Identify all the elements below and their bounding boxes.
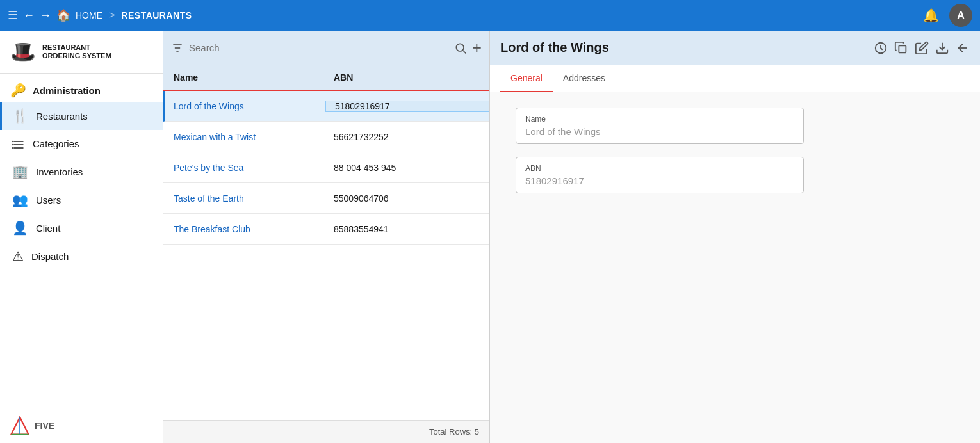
- search-bar: +: [163, 31, 489, 65]
- tab-general[interactable]: General: [500, 65, 553, 92]
- name-field-box: Name Lord of the Wings: [516, 108, 804, 144]
- svg-point-5: [12, 147, 14, 149]
- detail-content: Name Lord of the Wings ABN 51802916917: [490, 92, 980, 443]
- breadcrumb-restaurants: RESTAURANTS: [121, 10, 192, 20]
- menu-icon[interactable]: ☰: [8, 8, 18, 22]
- cell-abn-1: 56621732252: [323, 132, 489, 142]
- dispatch-icon: ⚠: [12, 248, 24, 264]
- sidebar-item-dispatch[interactable]: ⚠ Dispatch: [0, 242, 163, 270]
- five-logo: [10, 416, 29, 435]
- cell-abn-0: 51802916917: [325, 101, 489, 112]
- sidebar-item-label-inventories: Inventories: [36, 166, 83, 177]
- sidebar-item-client[interactable]: 👤 Client: [0, 214, 163, 242]
- table-row[interactable]: Mexican with a Twist 56621732252: [163, 122, 489, 152]
- abn-field-box: ABN 51802916917: [516, 157, 804, 193]
- table-row[interactable]: Pete's by the Sea 88 004 453 945: [163, 152, 489, 183]
- svg-rect-15: [899, 45, 906, 52]
- topbar: ☰ ← → 🏠 HOME > RESTAURANTS 🔔 A: [0, 0, 980, 31]
- admin-key-icon: 🔑: [10, 83, 26, 98]
- table-row[interactable]: Taste of the Earth 55009064706: [163, 183, 489, 214]
- sidebar-footer: FIVE: [0, 408, 163, 443]
- sidebar-item-label-categories: Categories: [33, 138, 79, 149]
- svg-line-13: [463, 51, 466, 54]
- copy-icon[interactable]: [894, 41, 908, 55]
- detail-header-actions: [874, 41, 970, 55]
- sidebar-item-users[interactable]: 👥 Users: [0, 186, 163, 214]
- sidebar-logo: 🎩 RESTAURANT ORDERING SYSTEM: [0, 31, 163, 74]
- sidebar-item-label-restaurants: Restaurants: [36, 111, 88, 122]
- users-icon: 👥: [12, 192, 28, 207]
- five-logo-label: FIVE: [35, 421, 54, 431]
- search-icon[interactable]: [454, 41, 467, 54]
- sidebar-item-restaurants[interactable]: 🍴 Restaurants: [0, 102, 163, 130]
- detail-panel: Lord of the Wings: [490, 31, 980, 443]
- breadcrumb-separator: >: [109, 10, 115, 21]
- cell-name-4: The Breakfast Club: [163, 214, 323, 244]
- table-body: Lord of the Wings 51802916917 Mexican wi…: [163, 91, 489, 420]
- form-field-name: Name Lord of the Wings: [516, 108, 954, 144]
- sidebar-section-label: 🔑 Administration: [0, 74, 163, 102]
- close-icon[interactable]: [956, 41, 970, 55]
- detail-tabs: General Addresses: [490, 65, 980, 92]
- cell-abn-4: 85883554941: [323, 224, 489, 234]
- sidebar-item-label-client: Client: [36, 223, 60, 234]
- table-row[interactable]: Lord of the Wings 51802916917: [163, 91, 489, 122]
- user-avatar[interactable]: A: [949, 4, 972, 27]
- forward-icon[interactable]: →: [40, 9, 51, 22]
- sidebar-item-label-users: Users: [36, 195, 61, 205]
- sidebar-item-categories[interactable]: Categories: [0, 130, 163, 157]
- table-row[interactable]: The Breakfast Club 85883554941: [163, 214, 489, 245]
- total-rows-label: Total Rows: 5: [429, 427, 479, 437]
- back-icon[interactable]: ←: [23, 9, 35, 22]
- filter-icon[interactable]: [171, 41, 184, 54]
- home-icon: 🏠: [56, 8, 70, 22]
- svg-point-12: [456, 44, 464, 51]
- client-icon: 👤: [12, 220, 28, 236]
- cell-name-3: Taste of the Earth: [163, 183, 323, 213]
- search-input[interactable]: [189, 42, 449, 53]
- edit-icon[interactable]: [915, 41, 929, 55]
- name-field-value: Lord of the Wings: [525, 126, 794, 137]
- cell-abn-3: 55009064706: [323, 193, 489, 204]
- sidebar: 🎩 RESTAURANT ORDERING SYSTEM 🔑 Administr…: [0, 31, 163, 443]
- abn-field-label: ABN: [525, 164, 794, 173]
- cell-name-0: Lord of the Wings: [165, 91, 325, 121]
- restaurants-icon: 🍴: [12, 108, 28, 124]
- table-footer: Total Rows: 5: [163, 420, 489, 443]
- download-icon[interactable]: [935, 41, 949, 55]
- main-layout: 🎩 RESTAURANT ORDERING SYSTEM 🔑 Administr…: [0, 31, 980, 443]
- logo-icon: 🎩: [10, 40, 36, 64]
- list-panel: + Name ABN Lord of the Wings 51802916917…: [163, 31, 490, 443]
- home-link[interactable]: HOME: [76, 10, 102, 20]
- name-field-label: Name: [525, 115, 794, 124]
- cell-name-2: Pete's by the Sea: [163, 152, 323, 182]
- inventories-icon: 🏢: [12, 164, 28, 179]
- form-field-abn: ABN 51802916917: [516, 157, 954, 193]
- notification-bell-icon[interactable]: 🔔: [923, 8, 939, 23]
- sidebar-item-label-dispatch: Dispatch: [31, 251, 69, 262]
- logo-text-line1: RESTAURANT: [42, 44, 111, 52]
- abn-field-value: 51802916917: [525, 175, 794, 186]
- categories-icon: [12, 136, 25, 151]
- history-icon[interactable]: [874, 41, 888, 55]
- tab-addresses[interactable]: Addresses: [553, 65, 616, 92]
- add-icon[interactable]: +: [472, 38, 482, 58]
- table-header: Name ABN: [163, 65, 489, 91]
- svg-point-3: [12, 140, 14, 142]
- column-header-name: Name: [163, 65, 323, 90]
- detail-title: Lord of the Wings: [500, 40, 869, 55]
- logo-text-line2: ORDERING SYSTEM: [42, 52, 111, 60]
- detail-header: Lord of the Wings: [490, 31, 980, 65]
- content-area: + Name ABN Lord of the Wings 51802916917…: [163, 31, 980, 443]
- cell-name-1: Mexican with a Twist: [163, 122, 323, 152]
- svg-point-4: [12, 143, 14, 145]
- sidebar-nav: 🍴 Restaurants Categories 🏢 Invent: [0, 102, 163, 408]
- cell-abn-2: 88 004 453 945: [323, 163, 489, 173]
- sidebar-item-inventories[interactable]: 🏢 Inventories: [0, 157, 163, 186]
- column-header-abn: ABN: [323, 65, 489, 90]
